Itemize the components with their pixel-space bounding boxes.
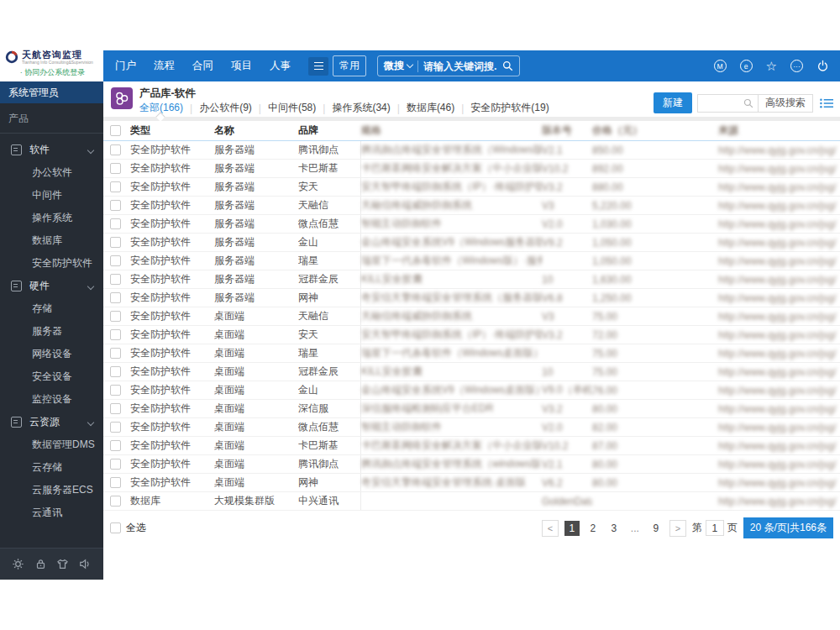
row-checkbox[interactable] [110,181,121,192]
settings-gear-icon[interactable] [12,558,24,570]
nav-item-门户[interactable]: 门户 [115,59,136,73]
next-page-button[interactable]: > [669,520,686,537]
table-row[interactable]: 安全防护软件服务器端天融信天融信终端威胁防御系统V35,220.00http:/… [103,197,840,215]
power-icon[interactable] [816,60,829,72]
messages-icon[interactable]: M [714,60,727,72]
sidebar-item-云通讯[interactable]: 云通讯 [0,501,103,524]
table-row[interactable]: 安全防护软件桌面端天融信天融信终端威胁防御系统V375.00http://www… [103,307,840,326]
select-all-checkbox[interactable] [110,522,121,533]
cell-price: 880.00 [592,178,718,196]
sidebar-item-安全设备[interactable]: 安全设备 [0,365,103,388]
select-all-checkbox[interactable] [110,125,121,136]
current-role-label[interactable]: 系统管理员 [0,81,103,103]
nav-item-项目[interactable]: 项目 [231,59,252,73]
row-checkbox[interactable] [110,348,121,359]
table-row[interactable]: 安全防护软件桌面端卡巴斯基卡巴斯基网络安全解决方案（中小企业版）·KS...V1… [103,437,840,455]
nav-item-人事[interactable]: 人事 [270,59,291,73]
table-row[interactable]: 安全防护软件服务器端冠群金辰KILL安全胶囊101,630.00http://w… [103,270,840,289]
common-menu-button[interactable]: 常用 [333,55,366,76]
sidebar-item-数据库[interactable]: 数据库 [0,229,103,252]
sidebar-item-网络设备[interactable]: 网络设备 [0,343,103,365]
search-icon[interactable] [502,60,513,71]
row-checkbox[interactable] [110,403,121,414]
prev-page-button[interactable]: < [542,520,559,537]
more-icon[interactable]: ··· [790,60,803,72]
nav-item-合同[interactable]: 合同 [192,59,213,73]
sidebar-item-数据管理DMS[interactable]: 数据管理DMS [0,433,103,456]
sidebar-item-服务器[interactable]: 服务器 [0,320,103,343]
new-button[interactable]: 新建 [654,92,692,113]
sidebar-item-中间件[interactable]: 中间件 [0,184,103,207]
page-jump-input[interactable]: 1 [706,520,724,536]
table-row[interactable]: 安全防护软件桌面端深信服深信服终端检测响应平台EDRV3.280.00http:… [103,400,840,418]
table-row[interactable]: 安全防护软件服务器端卡巴斯基卡巴斯基网络安全解决方案（中小企业版）KSC...V… [103,160,840,178]
row-checkbox[interactable] [110,218,121,229]
advanced-search-button[interactable]: 高级搜索 [758,94,813,113]
sidebar-item-存储[interactable]: 存储 [0,297,103,320]
row-checkbox[interactable] [110,255,121,266]
list-view-icon[interactable] [820,97,833,109]
search-scope-dropdown[interactable]: 微搜 [384,59,412,73]
sidebar-group-软件[interactable]: 软件 [0,139,103,161]
lock-icon[interactable] [34,558,47,570]
sidebar-group-云资源[interactable]: 云资源 [0,411,103,433]
page-number-2[interactable]: 2 [585,521,601,536]
row-checkbox[interactable] [110,366,121,377]
page-number-1[interactable]: 1 [564,521,580,536]
row-checkbox[interactable] [110,200,121,211]
tab-数据库(46)[interactable]: 数据库(46) [407,101,454,115]
row-checkbox[interactable] [110,385,121,396]
row-checkbox[interactable] [110,440,121,451]
row-checkbox[interactable] [110,422,121,433]
cell-name: 大规模集群版 [214,492,298,510]
theme-shirt-icon[interactable] [56,558,69,570]
volume-icon[interactable] [79,558,92,570]
table-search-input[interactable] [697,94,758,113]
row-checkbox[interactable] [110,237,121,248]
table-row[interactable]: 安全防护软件服务器端腾讯御点腾讯御点终端安全管理系统（Windows版）V2.1… [103,141,840,160]
sidebar-item-监控设备[interactable]: 监控设备 [0,388,103,411]
table-row[interactable]: 安全防护软件服务器端瑞星瑞星下一代杀毒软件（Windows版）·服务器端1,05… [103,252,840,270]
nav-item-流程[interactable]: 流程 [154,59,175,73]
page-size-selector[interactable]: 20 条/页|共166条 [743,517,833,538]
sidebar-item-云存储[interactable]: 云存储 [0,456,103,479]
row-checkbox[interactable] [110,477,121,488]
row-checkbox[interactable] [110,144,121,155]
sidebar-group-硬件[interactable]: 硬件 [0,275,103,297]
row-checkbox[interactable] [110,459,121,470]
table-row[interactable]: 安全防护软件桌面端瑞星瑞星下一代杀毒软件（Windows桌面版）75.00htt… [103,344,840,363]
table-row[interactable]: 安全防护软件服务器端微点佰慧智能主动防御软件V2.01,030.00http:/… [103,215,840,234]
global-search-input[interactable] [423,60,497,72]
row-checkbox[interactable] [110,311,121,322]
table-row[interactable]: 安全防护软件桌面端腾讯御点腾讯御点终端安全管理系统（windows版）·V2.1… [103,455,840,474]
cell-brand: 网神 [298,474,361,491]
table-row[interactable]: 安全防护软件服务器端金山金山终端安全系统V9（Windows服务器版）V9.21… [103,234,840,252]
table-row[interactable]: 安全防护软件服务器端网神奇安信天擎终端安全管理系统（服务器版）V6.81,250… [103,289,840,307]
table-row[interactable]: 安全防护软件桌面端网神奇安信天擎终端安全管理系统·桌面版V6.280.00htt… [103,474,840,492]
page-number-3[interactable]: 3 [606,521,622,536]
oa-login-link[interactable]: · 协同办公系统登录 [5,67,100,78]
table-row[interactable]: 安全防护软件桌面端冠群金辰KILL安全胶囊1075.00http://www.q… [103,363,840,381]
sidebar-item-操作系统[interactable]: 操作系统 [0,207,103,229]
mail-icon[interactable]: e [740,60,753,72]
tab-办公软件(9)[interactable]: 办公软件(9) [199,101,252,115]
table-row[interactable]: 安全防护软件桌面端安天安天智甲终端防御系统（IP）·终端防护版V3.272.00… [103,326,840,344]
sidebar-item-安全防护软件[interactable]: 安全防护软件 [0,252,103,275]
table-row[interactable]: 数据库大规模集群版中兴通讯GoldenData S...http://www.q… [103,492,840,511]
sidebar-item-云服务器ECS[interactable]: 云服务器ECS [0,479,103,501]
table-row[interactable]: 安全防护软件服务器端安天安天智甲终端防御系统（IP）·终端防护版V3.2880.… [103,178,840,197]
row-checkbox[interactable] [110,274,121,285]
table-row[interactable]: 安全防护软件桌面端微点佰慧智能主动防御软件V2.082.00http://www… [103,418,840,437]
row-checkbox[interactable] [110,329,121,340]
table-row[interactable]: 安全防护软件桌面端金山金山终端安全系统V9（Windows桌面版）V9.0（单机… [103,381,840,400]
apps-menu-button[interactable] [308,57,328,76]
row-checkbox[interactable] [110,292,121,303]
row-checkbox[interactable] [110,163,121,174]
tab-中间件(58)[interactable]: 中间件(58) [268,101,316,115]
sidebar-item-办公软件[interactable]: 办公软件 [0,161,103,184]
tab-操作系统(34)[interactable]: 操作系统(34) [332,101,390,115]
page-number-9[interactable]: 9 [648,521,664,536]
tab-安全防护软件(19)[interactable]: 安全防护软件(19) [470,101,549,115]
row-checkbox[interactable] [110,496,121,507]
favorites-star-icon[interactable]: ☆ [766,60,777,72]
